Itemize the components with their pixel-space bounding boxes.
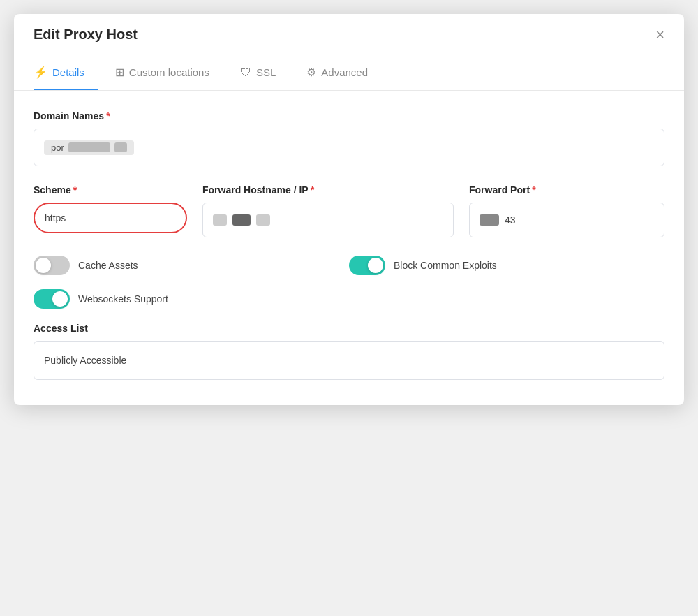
port-redacted: [480, 214, 499, 226]
block-exploits-slider: [349, 256, 385, 275]
gear-icon: ⚙: [306, 66, 316, 79]
modal-title: Edit Proxy Host: [34, 27, 138, 54]
hostname-field: Forward Hostname / IP*: [202, 184, 454, 237]
tab-ssl[interactable]: 🛡 SSL: [240, 54, 290, 90]
modal: Edit Proxy Host × ⚡ Details ⊞ Custom loc…: [14, 14, 684, 405]
scheme-label: Scheme*: [34, 184, 187, 196]
websockets-knob: [52, 291, 68, 307]
scheme-required: *: [73, 184, 77, 196]
cache-assets-toggle-group: Cache Assets: [34, 256, 349, 275]
websockets-slider: [34, 289, 70, 309]
port-value: 43: [505, 214, 516, 226]
modal-header: Edit Proxy Host ×: [14, 14, 684, 54]
hostname-label: Forward Hostname / IP*: [202, 184, 454, 196]
websockets-toggle-group: Websockets Support: [34, 289, 664, 309]
domain-redacted-1: [68, 142, 110, 152]
block-exploits-label: Block Common Exploits: [394, 260, 497, 271]
tab-custom-locations[interactable]: ⊞ Custom locations: [115, 54, 223, 90]
shield-icon: 🛡: [240, 66, 251, 79]
port-input[interactable]: 43: [469, 203, 664, 237]
cache-assets-slider: [34, 256, 70, 275]
cache-assets-label: Cache Assets: [78, 260, 138, 271]
websockets-label: Websockets Support: [78, 293, 168, 305]
hostname-redacted-3: [256, 214, 270, 226]
port-field: Forward Port* 43: [469, 184, 664, 237]
scheme-select[interactable]: https http: [34, 203, 187, 233]
access-list-section: Access List Publicly Accessible: [34, 323, 664, 380]
access-list-select[interactable]: Publicly Accessible: [34, 341, 664, 380]
block-exploits-knob: [368, 258, 383, 273]
cache-assets-toggle[interactable]: [34, 256, 70, 275]
toggles-row-1: Cache Assets Block Common Exploits: [34, 256, 664, 275]
block-exploits-toggle-group: Block Common Exploits: [349, 256, 664, 275]
domain-names-required: *: [106, 110, 110, 122]
hostname-input[interactable]: [202, 203, 454, 237]
domain-tag: por: [44, 140, 134, 155]
port-required: *: [532, 184, 535, 196]
domain-names-section: Domain Names* por: [34, 110, 664, 166]
tabs: ⚡ Details ⊞ Custom locations 🛡 SSL ⚙ Adv…: [14, 54, 684, 91]
domain-names-input[interactable]: por: [34, 129, 664, 166]
toggles-row-2: Websockets Support: [34, 289, 664, 309]
cache-assets-knob: [36, 258, 51, 273]
domain-names-label: Domain Names*: [34, 110, 664, 122]
close-button[interactable]: ×: [655, 27, 664, 54]
scheme-select-wrapper: https http: [34, 203, 187, 233]
hostname-redacted-2: [232, 214, 251, 226]
port-label: Forward Port*: [469, 184, 664, 196]
tab-details[interactable]: ⚡ Details: [34, 54, 98, 90]
access-list-label: Access List: [34, 323, 664, 334]
tab-advanced[interactable]: ⚙ Advanced: [306, 54, 382, 90]
layers-icon: ⊞: [115, 66, 124, 79]
block-exploits-toggle[interactable]: [349, 256, 385, 275]
scheme-field: Scheme* https http: [34, 184, 187, 237]
scheme-hostname-port-row: Scheme* https http Forward Hostname / IP…: [34, 184, 664, 237]
websockets-toggle[interactable]: [34, 289, 70, 309]
lightning-icon: ⚡: [34, 66, 47, 79]
hostname-required: *: [311, 184, 314, 196]
domain-redacted-2: [114, 142, 127, 152]
hostname-redacted-1: [213, 214, 227, 226]
modal-body: Domain Names* por Scheme* https ht: [14, 91, 684, 405]
